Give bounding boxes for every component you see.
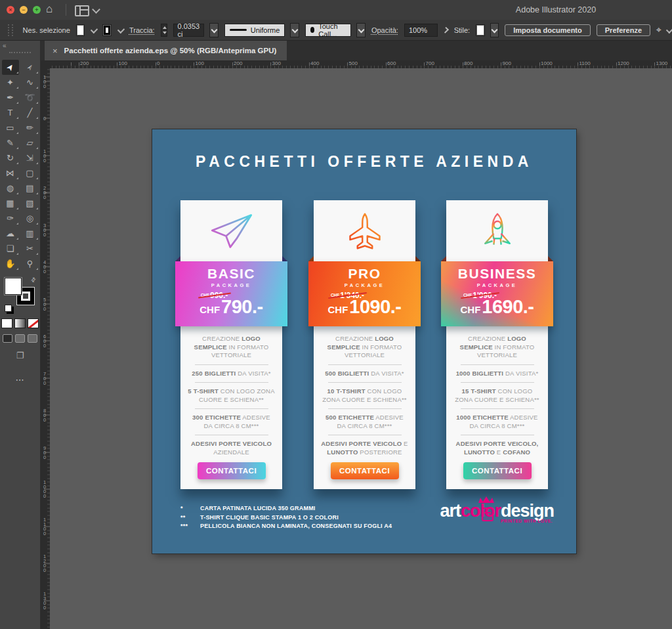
feature-list: CREAZIONE LOGO SEMPLICE IN FORMATO VETTO…	[314, 335, 415, 456]
document-setup-button[interactable]: Imposta documento	[505, 24, 591, 36]
gradient-tool[interactable]: ▧	[22, 196, 39, 211]
slice-tool[interactable]: ✂	[22, 241, 39, 256]
ruler-label: 400	[310, 60, 319, 66]
tab-close-icon[interactable]: ×	[52, 46, 58, 56]
feature-item: 250 BIGLIETTI DA VISITA*	[187, 370, 276, 378]
preferences-button[interactable]: Preferenze	[597, 24, 650, 36]
lasso-tool[interactable]: ∿	[22, 75, 39, 90]
arrange-icon[interactable]: ⌖	[656, 24, 662, 35]
fill-color-swatch[interactable]	[5, 278, 22, 295]
type-tool[interactable]: T	[2, 105, 19, 120]
swap-fill-stroke-icon[interactable]: ⇄	[30, 276, 37, 284]
selection-tool[interactable]: ➤	[2, 60, 19, 75]
perspective-grid-tool[interactable]: ▤	[22, 181, 39, 196]
magic-wand-tool[interactable]: ✦	[2, 75, 19, 90]
change-screen-mode-icon[interactable]: ❐	[0, 351, 40, 360]
brush-icon	[310, 27, 314, 33]
edit-toolbar-icon[interactable]: ⋯	[0, 375, 40, 385]
ribbon-fold	[175, 256, 180, 261]
style-swatch[interactable]	[476, 24, 485, 36]
ruler-label: 1 0 0	[42, 74, 47, 88]
feature-divider	[328, 408, 402, 409]
zoom-tool[interactable]: ⚲	[22, 256, 39, 271]
panel-grip[interactable]	[9, 52, 31, 57]
eraser-tool[interactable]: ▱	[22, 135, 39, 150]
minimize-window-button[interactable]: −	[20, 6, 28, 14]
chevron-down-icon[interactable]	[117, 26, 125, 33]
mascot-face-icon	[482, 508, 494, 521]
tools-panel: « ➤➣✦∿✒➰T╱▭✏✎▱↻⇲⋈▢◍▤▦▧✑◎☁▥❏✂✋⚲ ⇄ ❐ ⋯	[0, 41, 41, 629]
ruler-label: 5 0 0	[42, 297, 47, 311]
close-window-button[interactable]: ×	[7, 6, 14, 14]
column-graph-tool[interactable]: ▥	[22, 226, 39, 241]
fill-swatch[interactable]	[76, 24, 85, 36]
line-segment-tool[interactable]: ╱	[22, 105, 39, 120]
mesh-tool[interactable]: ▦	[2, 196, 19, 211]
gradient-button[interactable]	[14, 318, 26, 328]
chevron-down-icon[interactable]	[91, 26, 98, 33]
ruler-label: 600	[387, 60, 396, 66]
artboard-tool[interactable]: ❏	[2, 241, 19, 256]
shape-builder-tool[interactable]: ◍	[2, 181, 19, 196]
style-dropdown[interactable]	[490, 23, 499, 37]
chevron-down-icon[interactable]	[92, 5, 100, 14]
package-label: PACKAGE	[441, 282, 553, 288]
rectangle-tool[interactable]: ▭	[2, 120, 19, 135]
feature-item: ADESIVI PORTE VEICOLO, LUNOTTO E COFANO	[453, 440, 541, 456]
rotate-tool[interactable]: ↻	[2, 150, 19, 165]
contact-button: CONTATTACI	[331, 462, 399, 479]
feature-divider	[461, 435, 534, 435]
curvature-tool[interactable]: ➰	[22, 90, 39, 105]
document-tab[interactable]: × Pacchetti offerte azienda.eps @ 50% (R…	[45, 41, 287, 60]
stroke-weight-value[interactable]: 0.0353 ci	[173, 24, 205, 37]
home-icon[interactable]: ⌂	[46, 3, 52, 16]
color-button[interactable]	[1, 318, 12, 328]
feature-divider	[195, 364, 268, 365]
draw-normal-button[interactable]	[3, 334, 12, 343]
brush-select[interactable]: Touch Call...	[305, 24, 351, 37]
stroke-swatch[interactable]	[102, 24, 112, 36]
stroke-profile-select[interactable]: Uniforme	[224, 24, 285, 37]
ruler-label: 900	[503, 60, 511, 66]
package-name: BUSINESS	[441, 266, 553, 282]
opacity-label[interactable]: Opacità:	[371, 26, 398, 34]
zoom-window-button[interactable]: +	[33, 6, 41, 14]
stroke-profile-dropdown[interactable]	[290, 23, 299, 37]
free-transform-tool[interactable]: ▢	[22, 165, 39, 181]
tab-title: Pacchetti offerte azienda.eps @ 50% (RGB…	[64, 47, 277, 54]
width-tool[interactable]: ⋈	[2, 165, 19, 181]
blend-tool[interactable]: ◎	[22, 211, 39, 226]
stroke-weight-stepper[interactable]	[161, 24, 167, 37]
eyedropper-tool[interactable]: ✑	[2, 211, 19, 226]
color-mode-buttons	[0, 318, 40, 328]
titlebar-divider	[66, 4, 66, 16]
scale-tool[interactable]: ⇲	[22, 150, 39, 165]
price-banner: PRO PACKAGE CHF1'340.- CHF1090.-	[308, 261, 421, 326]
pen-tool[interactable]: ✒	[2, 90, 19, 105]
paintbrush-tool[interactable]: ✏	[22, 120, 39, 135]
opacity-caret-icon[interactable]	[442, 26, 449, 33]
workspace-switcher-icon[interactable]	[75, 5, 89, 16]
ribbon-fold	[441, 256, 446, 261]
symbol-sprayer-tool[interactable]: ☁	[2, 226, 19, 241]
stroke-weight-label[interactable]: Traccia:	[129, 26, 155, 34]
draw-inside-button[interactable]	[28, 334, 37, 343]
none-button[interactable]	[28, 318, 39, 328]
default-fill-stroke-icon[interactable]	[5, 305, 12, 312]
artboard[interactable]: PACCHETTI OFFERTE AZIENDA BASIC	[152, 129, 576, 553]
collapse-panel-icon[interactable]: «	[0, 41, 40, 51]
stroke-profile-icon	[230, 29, 247, 31]
direct-selection-tool[interactable]: ➣	[22, 60, 39, 75]
opacity-value[interactable]: 100%	[404, 24, 438, 37]
shaper-tool[interactable]: ✎	[2, 135, 19, 150]
brush-dropdown[interactable]	[356, 23, 366, 37]
draw-behind-button[interactable]	[15, 334, 25, 343]
vertical-ruler[interactable]: 1 0 001 0 02 0 03 0 04 0 05 0 06 0 07 0 …	[41, 68, 51, 629]
stroke-weight-dropdown[interactable]	[209, 23, 219, 37]
feature-divider	[461, 382, 534, 383]
hand-tool[interactable]: ✋	[2, 256, 19, 271]
canvas[interactable]: PACCHETTI OFFERTE AZIENDA BASIC	[50, 68, 672, 629]
chevron-down-icon[interactable]	[666, 26, 672, 33]
package-label: PACKAGE	[308, 282, 421, 288]
feature-divider	[328, 364, 402, 365]
